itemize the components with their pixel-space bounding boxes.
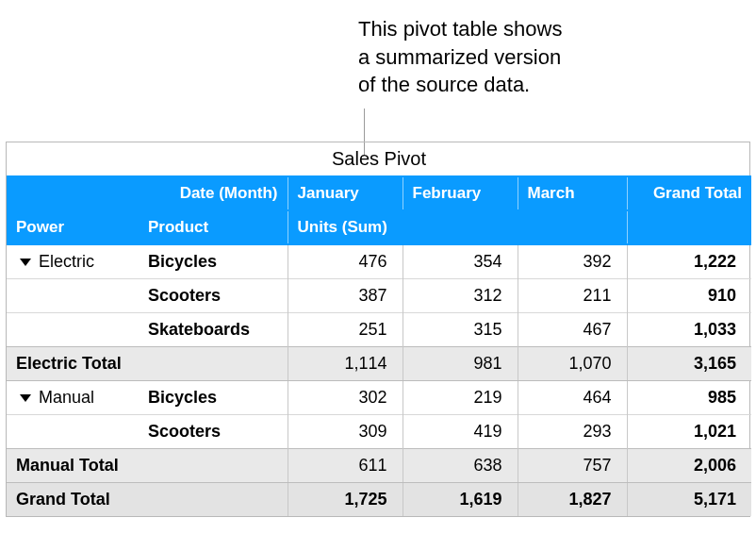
grand-total-value: 1,619 [459,490,501,509]
value-cell: 309 [358,422,386,441]
units-sum-header: Units (Sum) [288,218,627,237]
product-cell: Bicycles [148,252,217,271]
product-cell: Skateboards [148,320,250,339]
value-cell: 354 [473,252,501,271]
table-row: Scooters 387 312 211 910 [7,278,751,312]
grand-total-label: Grand Total [16,490,110,509]
caption-line: This pivot table shows [358,17,562,41]
value-cell: 315 [473,320,501,339]
table-row: Manual Bicycles 302 219 464 985 [7,380,751,414]
row-total-cell: 1,021 [694,422,736,441]
pivot-table: Sales Pivot Date (Month) January Februar… [7,142,751,516]
subtotal-value: 1,114 [344,354,386,373]
value-cell: 464 [583,388,611,407]
field-header-row: Power Product Units (Sum) [7,210,751,244]
subtotal-label: Manual Total [16,456,119,475]
power-header: Power [7,218,139,237]
subtotal-total: 2,006 [694,456,736,475]
subtotal-label: Electric Total [16,354,122,373]
grand-total-row: Grand Total 1,725 1,619 1,827 5,171 [7,482,751,516]
row-total-cell: 985 [708,388,736,407]
grand-total-header: Grand Total [628,184,752,203]
subtotal-value: 638 [473,456,501,475]
table-row: Skateboards 251 315 467 1,033 [7,312,751,346]
value-cell: 293 [583,422,611,441]
caption-line: of the source data. [358,73,530,96]
group-name: Manual [39,388,94,407]
group-name: Electric [39,252,94,271]
grand-total-value: 1,827 [568,490,611,509]
subtotal-value: 757 [583,456,611,475]
product-cell: Bicycles [148,388,217,407]
column-header-row: Date (Month) January February March Gran… [7,176,751,210]
value-cell: 419 [473,422,501,441]
value-cell: 467 [583,320,611,339]
value-cell: 312 [473,286,501,305]
pivot-table-wrap: Sales Pivot Date (Month) January Februar… [6,142,750,517]
product-cell: Scooters [148,422,221,441]
value-cell: 392 [583,252,611,271]
subtotal-value: 1,070 [568,354,611,373]
value-cell: 251 [358,320,386,339]
disclosure-triangle-icon[interactable] [20,259,31,266]
value-cell: 302 [358,388,386,407]
value-cell: 387 [358,286,386,305]
subtotal-row: Electric Total 1,114 981 1,070 3,165 [7,346,751,380]
subtotal-value: 611 [358,456,386,475]
table-title: Sales Pivot [332,148,426,169]
month-header: March [518,184,627,203]
table-row: Electric Bicycles 476 354 392 1,222 [7,244,751,278]
subtotal-value: 981 [473,354,501,373]
table-title-row: Sales Pivot [7,142,751,176]
table-row: Scooters 309 419 293 1,021 [7,414,751,448]
row-total-cell: 1,222 [694,252,736,271]
grand-total-total: 5,171 [694,490,736,509]
subtotal-row: Manual Total 611 638 757 2,006 [7,448,751,482]
date-month-header: Date (Month) [7,184,288,203]
grand-total-value: 1,725 [344,490,386,509]
row-total-cell: 1,033 [694,320,736,339]
product-header: Product [139,218,288,237]
value-cell: 476 [358,252,386,271]
value-cell: 211 [583,286,611,305]
row-total-cell: 910 [708,286,736,305]
month-header: January [288,184,403,203]
figure-caption: This pivot table shows a summarized vers… [358,15,562,99]
caption-line: a summarized version [358,45,561,69]
month-header: February [403,184,518,203]
product-cell: Scooters [148,286,221,305]
disclosure-triangle-icon[interactable] [20,394,31,402]
subtotal-total: 3,165 [694,354,736,373]
value-cell: 219 [473,388,501,407]
